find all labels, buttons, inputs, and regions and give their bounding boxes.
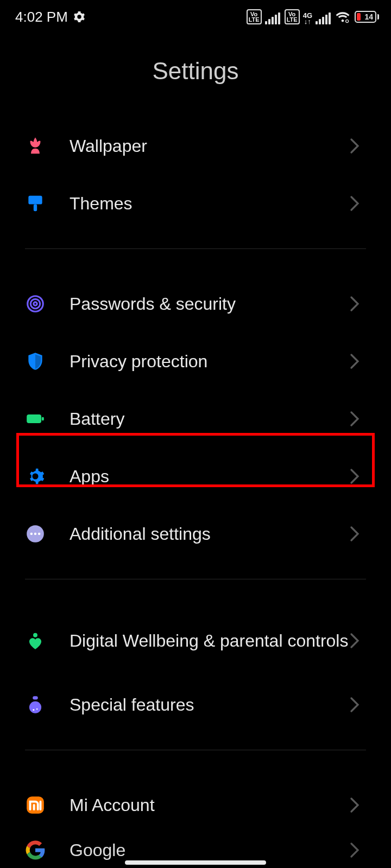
row-mi-account[interactable]: Mi Account <box>0 776 391 834</box>
chevron-right-icon <box>350 138 366 154</box>
flask-icon <box>25 694 46 715</box>
row-additional[interactable]: Additional settings <box>0 505 391 563</box>
clock-text: 4:02 PM <box>15 9 68 25</box>
divider <box>25 248 366 249</box>
row-label: Themes <box>70 193 350 214</box>
svg-point-14 <box>29 701 41 713</box>
svg-rect-6 <box>27 414 41 423</box>
row-label: Privacy protection <box>70 350 350 372</box>
row-special[interactable]: Special features <box>0 676 391 733</box>
sim2-group: VoLTE 4G↓↑ <box>285 9 331 24</box>
row-label: Wallpaper <box>70 135 350 157</box>
chevron-right-icon <box>350 468 366 484</box>
chevron-right-icon <box>350 842 366 858</box>
sim1-group: VoLTE <box>247 9 280 24</box>
chevron-right-icon <box>350 697 366 713</box>
svg-rect-7 <box>42 417 44 420</box>
svg-point-12 <box>33 633 37 637</box>
row-battery[interactable]: Battery <box>0 390 391 448</box>
cog-icon <box>25 466 46 487</box>
divider <box>25 579 366 579</box>
signal1-icon <box>265 12 280 24</box>
svg-rect-13 <box>33 696 38 699</box>
row-label: Digital Wellbeing & parental controls <box>70 630 350 652</box>
gesture-handle[interactable] <box>0 860 391 865</box>
svg-point-5 <box>34 302 37 305</box>
fingerprint-icon <box>25 293 46 314</box>
row-label: Google <box>70 839 350 861</box>
chevron-right-icon <box>350 195 366 212</box>
status-right: VoLTE VoLTE 4G↓↑ 14 <box>247 9 379 24</box>
svg-point-11 <box>38 533 40 535</box>
battery-icon: 14 <box>355 11 379 23</box>
chevron-right-icon <box>350 633 366 649</box>
page-title: Settings <box>0 31 391 117</box>
heart-person-icon <box>25 630 46 651</box>
net-4g-icon: 4G↓↑ <box>303 12 312 24</box>
shield-icon <box>25 351 46 372</box>
row-label: Battery <box>70 408 350 430</box>
row-themes[interactable]: Themes <box>0 175 391 232</box>
row-wellbeing[interactable]: Digital Wellbeing & parental controls <box>0 605 391 676</box>
row-label: Passwords & security <box>70 293 350 315</box>
row-passwords[interactable]: Passwords & security <box>0 275 391 333</box>
row-privacy[interactable]: Privacy protection <box>0 333 391 390</box>
chevron-right-icon <box>350 353 366 369</box>
brush-icon <box>25 193 46 214</box>
settings-list: Wallpaper Themes Passwords & security Pr… <box>0 117 391 866</box>
row-label: Special features <box>70 694 350 716</box>
chevron-right-icon <box>350 797 366 813</box>
dots-icon <box>25 524 46 544</box>
chevron-right-icon <box>350 411 366 427</box>
google-icon <box>25 840 46 860</box>
row-label: Apps <box>70 465 350 487</box>
chevron-right-icon <box>350 296 366 312</box>
wifi-icon <box>335 9 350 24</box>
divider <box>25 750 366 750</box>
status-bar: 4:02 PM VoLTE VoLTE 4G↓↑ 14 <box>0 0 391 31</box>
svg-point-4 <box>30 299 40 308</box>
svg-point-10 <box>34 533 36 535</box>
volte1-icon: VoLTE <box>247 9 262 24</box>
row-wallpaper[interactable]: Wallpaper <box>0 117 391 175</box>
row-label: Additional settings <box>70 523 350 545</box>
mi-icon <box>25 795 46 815</box>
svg-rect-2 <box>34 205 37 212</box>
row-label: Mi Account <box>70 794 350 816</box>
svg-rect-1 <box>28 196 42 205</box>
svg-point-16 <box>36 709 38 710</box>
battery-pct: 14 <box>364 12 373 21</box>
signal2-icon <box>316 12 331 24</box>
volte2-icon: VoLTE <box>285 9 300 24</box>
tulip-icon <box>25 136 46 156</box>
settings-status-icon <box>73 11 85 23</box>
row-apps[interactable]: Apps <box>0 448 391 505</box>
battery-row-icon <box>25 409 46 429</box>
status-left: 4:02 PM <box>15 9 85 25</box>
chevron-right-icon <box>350 526 366 542</box>
svg-point-15 <box>33 709 34 711</box>
svg-point-9 <box>30 533 33 535</box>
